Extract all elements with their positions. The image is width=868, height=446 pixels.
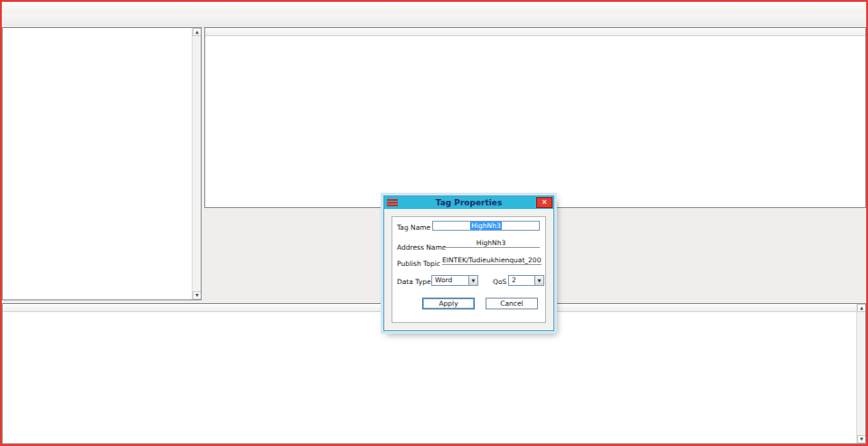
close-icon[interactable]: ✕	[536, 197, 552, 208]
menu-bar	[2, 2, 866, 14]
qos-combobox[interactable]: 2 ▼	[508, 275, 544, 286]
scroll-down-icon[interactable]: ▼	[857, 435, 866, 443]
log-scrollbar[interactable]: ▲ ▼	[856, 304, 865, 443]
scroll-up-icon[interactable]: ▲	[857, 304, 866, 312]
data-type-combobox[interactable]: Word ▼	[431, 275, 478, 286]
tag-table-header	[205, 28, 865, 36]
channel-tree	[4, 28, 191, 299]
tag-properties-dialog: Tag Properties ✕ Tag Name HighNh3 Addres…	[383, 195, 554, 331]
scroll-down-icon[interactable]: ▼	[193, 291, 202, 299]
chevron-down-icon[interactable]: ▼	[468, 276, 477, 285]
toolbar	[2, 14, 866, 28]
tag-name-label: Tag Name	[397, 223, 430, 232]
tag-table-panel	[204, 27, 866, 208]
cancel-button[interactable]: Cancel	[486, 298, 538, 309]
hamburger-icon[interactable]	[387, 198, 398, 207]
address-name-field[interactable]: HighNh3	[442, 239, 540, 248]
chevron-down-icon[interactable]: ▼	[534, 276, 543, 285]
data-type-value: Word	[435, 276, 452, 284]
qos-label: QoS	[493, 278, 506, 286]
log-body	[4, 312, 855, 443]
apply-button[interactable]: Apply	[422, 298, 475, 309]
publish-topic-label: Publish Topic	[397, 260, 440, 268]
channel-tree-panel: ▲ ▼	[2, 27, 202, 300]
publish-topic-field[interactable]: EINTEK/Tudieukhienquat_2001202	[442, 256, 542, 265]
scroll-up-icon[interactable]: ▲	[193, 28, 202, 36]
dialog-title: Tag Properties	[436, 198, 503, 207]
tree-scrollbar[interactable]: ▲ ▼	[192, 28, 201, 299]
tag-name-value: HighNh3	[470, 222, 501, 230]
dialog-title-bar[interactable]: Tag Properties ✕	[384, 196, 553, 209]
address-name-label: Address Name	[397, 243, 446, 251]
app-window: ▲ ▼ ▲ ▼ Tag Properties ✕ Tag Name HighNh…	[0, 0, 868, 446]
qos-value: 2	[512, 276, 516, 284]
tag-name-input[interactable]: HighNh3	[432, 221, 540, 231]
data-type-label: Data Type	[397, 278, 431, 286]
